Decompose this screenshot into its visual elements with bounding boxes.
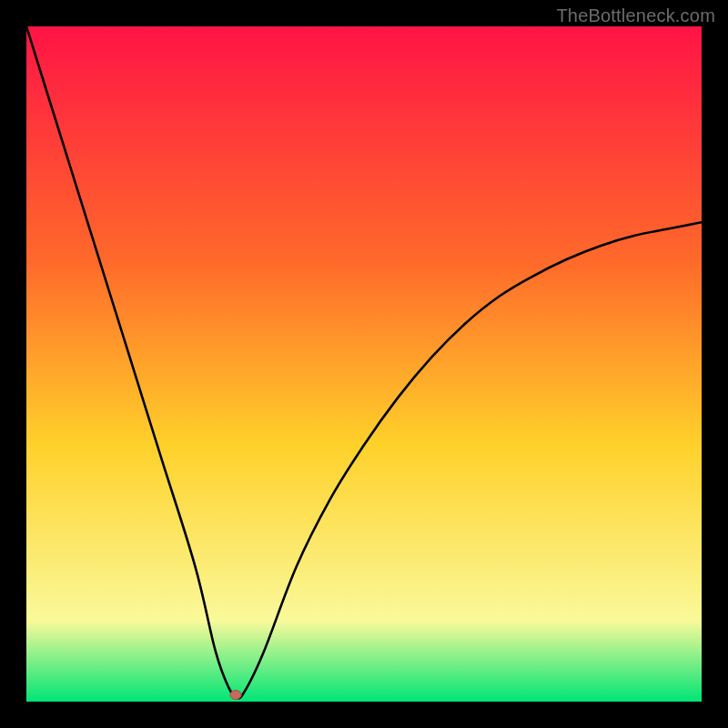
minimum-marker-icon (230, 691, 241, 700)
watermark-text: TheBottleneck.com (556, 5, 715, 26)
gradient-background (26, 26, 702, 702)
chart-plot-area (26, 26, 702, 702)
chart-svg (26, 26, 702, 702)
chart-frame: TheBottleneck.com (0, 0, 728, 728)
